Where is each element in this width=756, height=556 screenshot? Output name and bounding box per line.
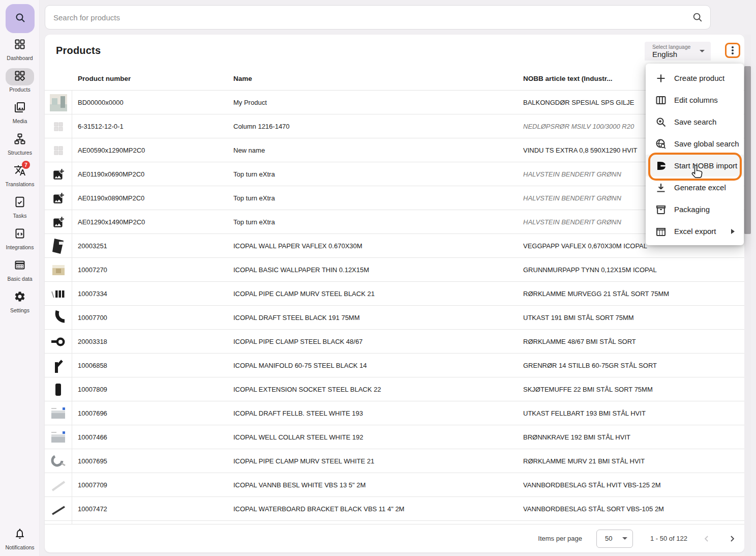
sidebar-item-label: Tasks xyxy=(13,213,27,219)
more-actions-button[interactable] xyxy=(725,43,740,58)
nobb-article-text-cell: GRENRØR 14 STILLB 60-75GR STÅL SORT xyxy=(523,354,742,377)
table-row[interactable]: 10007809 ICOPAL EXTENSION SOCKET STEEL B… xyxy=(45,377,744,401)
previous-page-button[interactable] xyxy=(701,533,713,545)
menu-item-save-search[interactable]: Save search xyxy=(646,111,744,133)
sidebar-item-translations[interactable]: 7 Translations xyxy=(0,162,40,193)
menu-item-start-nobb-import[interactable]: Start NOBB import xyxy=(646,155,744,177)
product-thumbnail xyxy=(45,138,72,162)
menu-item-label: Create product xyxy=(674,74,724,82)
basic-data-icon xyxy=(14,259,26,273)
menu-item-edit-columns[interactable]: Edit columns xyxy=(646,89,744,111)
product-number-cell: 10007472 xyxy=(78,497,225,521)
product-name-cell: New name xyxy=(233,138,518,162)
sidebar-item-notifications[interactable]: Notifications xyxy=(0,525,40,556)
product-thumbnail xyxy=(45,114,72,138)
product-name-cell: ICOPAL WALL PAPER VAFLEX 0.670X30M xyxy=(233,234,518,258)
next-page-button[interactable] xyxy=(726,533,738,545)
column-header-nobb-article-text[interactable]: NOBB article text (Industr... xyxy=(523,75,613,82)
actions-menu: Create product Edit columns Save search … xyxy=(646,64,744,245)
scrollbar-thumb[interactable] xyxy=(744,66,751,234)
table-row[interactable]: AE01190x0690MP2C0 Top turn eXtra HALVSTE… xyxy=(45,162,744,186)
language-select[interactable]: Select language English xyxy=(645,42,711,61)
nobb-article-text-cell: UTKAST 191 BMI STÅL SORT 75MM xyxy=(523,306,742,330)
product-thumbnail xyxy=(45,401,72,425)
column-header-product-number[interactable]: Product number xyxy=(78,75,131,82)
product-photo xyxy=(50,94,67,111)
product-photo xyxy=(50,501,67,518)
table-row[interactable]: AE00590x1290MP2C0 New name VINDU TS EXTR… xyxy=(45,138,744,162)
table-row[interactable]: 10007700 ICOPAL DRAFT STEEL BLACK 191 75… xyxy=(45,306,744,330)
table-row[interactable]: 10007709 ICOPAL VANNB BESL WHITE VBS 13 … xyxy=(45,473,744,497)
table-body: BD00000x0000 My Product BALKONGDØR SPESI… xyxy=(45,91,744,524)
sidebar-item-structures[interactable]: Structures xyxy=(0,130,40,162)
column-header-name[interactable]: Name xyxy=(233,75,252,82)
table-row[interactable]: 10007466 ICOPAL WELL COLLAR STEEL WHITE … xyxy=(45,425,744,449)
sidebar-item-basic-data[interactable]: Basic data xyxy=(0,256,40,288)
product-number-cell: AE01190x0890MP2C0 xyxy=(78,186,225,210)
submenu-arrow-icon xyxy=(731,229,735,234)
menu-item-create-product[interactable]: Create product xyxy=(646,67,744,89)
table-row[interactable]: 6-31512-12-0-1 Column 1216-1470 NEDLØPSR… xyxy=(45,114,744,138)
sidebar-item-label: Dashboard xyxy=(7,55,33,61)
product-photo xyxy=(50,429,67,446)
menu-item-generate-excel[interactable]: Generate excel xyxy=(646,177,744,198)
vertical-scrollbar[interactable] xyxy=(744,35,751,556)
chevron-down-icon xyxy=(622,537,627,540)
sidebar-item-settings[interactable]: Settings xyxy=(0,288,40,319)
product-thumbnail xyxy=(45,210,72,234)
table-row[interactable]: 10007695 ICOPAL PIPE CLAMP MURV STEEL WH… xyxy=(45,449,744,473)
search-input[interactable] xyxy=(45,13,692,22)
product-name-cell: ICOPAL MANIFOLD 60-75 STEEL BLACK 14 xyxy=(233,354,518,377)
table-row[interactable]: AE01190x0890MP2C0 Top turn eXtra HALVSTE… xyxy=(45,186,744,210)
table-icon xyxy=(655,225,667,238)
products-card: Products Product number Name NOBB articl… xyxy=(45,35,744,552)
table-row[interactable]: 10007334 ICOPAL PIPE CLAMP MURV STEEL BL… xyxy=(45,282,744,306)
search-icon xyxy=(14,12,26,26)
structures-icon xyxy=(14,133,26,147)
nobb-article-text-cell: GRUNNMURPAPP TYNN 0,12X15M ICOPAL xyxy=(523,258,742,282)
items-per-page-select[interactable]: 50 xyxy=(596,530,633,548)
product-number-cell: 10007696 xyxy=(78,401,225,425)
pagination-range: 1 - 50 of 122 xyxy=(650,535,687,542)
save-search-icon xyxy=(655,116,667,128)
table-row[interactable]: 10007472 ICOPAL WATERBOARD BRACKET BLACK… xyxy=(45,497,744,521)
product-name-cell: ICOPAL DRAFT STEEL BLACK 191 75MM xyxy=(233,306,518,330)
add-image-icon xyxy=(50,166,67,183)
product-name-cell: ICOPAL WELL COLLAR STEEL WHITE 192 xyxy=(233,425,518,449)
sidebar-item-label: Structures xyxy=(8,150,32,156)
sidebar-item-tasks[interactable]: Tasks xyxy=(0,193,40,225)
product-thumbnail xyxy=(45,330,72,354)
sidebar-item-products[interactable]: Products xyxy=(0,67,40,99)
product-photo xyxy=(50,238,67,255)
menu-item-packaging[interactable]: Packaging xyxy=(646,198,744,220)
sidebar-search-button[interactable] xyxy=(6,4,35,33)
nobb-article-text-cell: RØRKLAMME MURV 21 BMI STÅL HVIT xyxy=(523,449,742,473)
menu-item-save-global-search[interactable]: Save global search xyxy=(646,133,744,155)
table-row[interactable]: 20003318 ICOPAL PIPE CLAMP STEEL BLACK 4… xyxy=(45,330,744,354)
table-row[interactable]: 10006858 ICOPAL MANIFOLD 60-75 STEEL BLA… xyxy=(45,354,744,377)
table-row[interactable]: AE01290x1490MP2C0 Top turn eXtra HALVSTE… xyxy=(45,210,744,234)
menu-item-excel-export[interactable]: Excel export xyxy=(646,220,744,242)
search-icon[interactable] xyxy=(692,12,703,23)
sidebar-item-dashboard[interactable]: Dashboard xyxy=(0,36,40,67)
sidebar-item-integrations[interactable]: Integrations xyxy=(0,225,40,256)
product-name-cell: ICOPAL WATERBOARD BRACKET BLACK VBS 11 4… xyxy=(233,497,518,521)
table-row[interactable]: 10007696 ICOPAL DRAFT FELLB. STEEL WHITE… xyxy=(45,401,744,425)
sidebar-item-label: Media xyxy=(13,118,27,124)
product-name-cell: Top turn eXtra xyxy=(233,210,518,234)
image-placeholder-icon xyxy=(50,142,67,159)
sidebar-item-label: Basic data xyxy=(7,276,32,282)
sidebar: Dashboard Products Media Structures 7 Tr… xyxy=(0,0,40,556)
nobb-article-text-cell: RØRKLAMME 48/67 BMI STÅL SORT xyxy=(523,330,742,354)
table-row[interactable]: 10007270 ICOPAL BASIC WALLPAPER THIN 0.1… xyxy=(45,258,744,282)
dashboard-icon xyxy=(14,38,26,52)
product-thumbnail xyxy=(45,377,72,401)
sidebar-item-label: Integrations xyxy=(6,244,34,250)
sidebar-item-media[interactable]: Media xyxy=(0,99,40,130)
product-photo xyxy=(50,261,67,279)
products-icon xyxy=(14,70,26,84)
product-number-cell: 10007709 xyxy=(78,473,225,497)
table-row[interactable]: BD00000x0000 My Product BALKONGDØR SPESI… xyxy=(45,91,744,114)
product-number-cell: 20003318 xyxy=(78,330,225,354)
table-row[interactable]: 20003251 ICOPAL WALL PAPER VAFLEX 0.670X… xyxy=(45,234,744,258)
